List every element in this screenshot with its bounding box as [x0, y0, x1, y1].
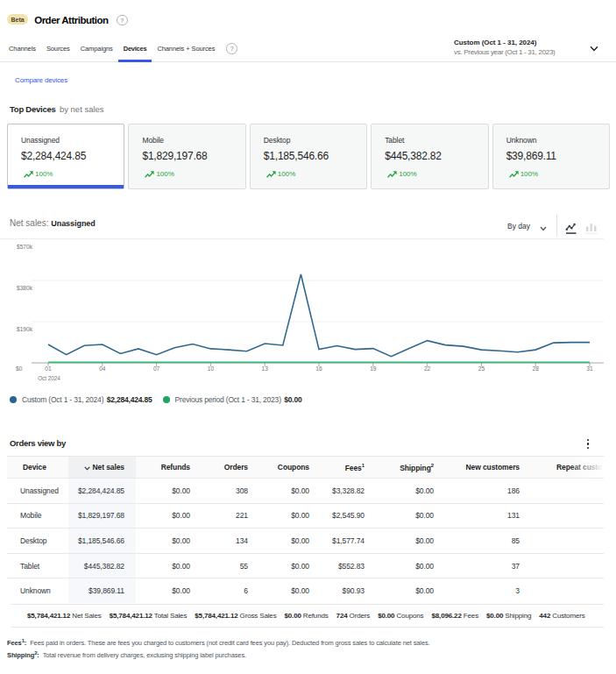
svg-text:Oct 2024: Oct 2024: [38, 375, 60, 381]
svg-text:$380k: $380k: [17, 285, 33, 291]
svg-text:$570k: $570k: [17, 244, 33, 250]
svg-text:13: 13: [262, 365, 269, 372]
svg-text:$0: $0: [16, 365, 23, 372]
svg-text:$190k: $190k: [17, 326, 33, 332]
svg-text:16: 16: [315, 365, 322, 372]
svg-text:25: 25: [478, 365, 485, 372]
svg-text:31: 31: [586, 365, 593, 372]
svg-text:01: 01: [45, 365, 52, 372]
svg-text:28: 28: [533, 365, 540, 372]
svg-text:07: 07: [153, 365, 160, 372]
svg-text:04: 04: [99, 365, 106, 372]
svg-text:19: 19: [370, 365, 377, 372]
svg-text:10: 10: [208, 365, 215, 372]
svg-text:22: 22: [424, 365, 431, 372]
